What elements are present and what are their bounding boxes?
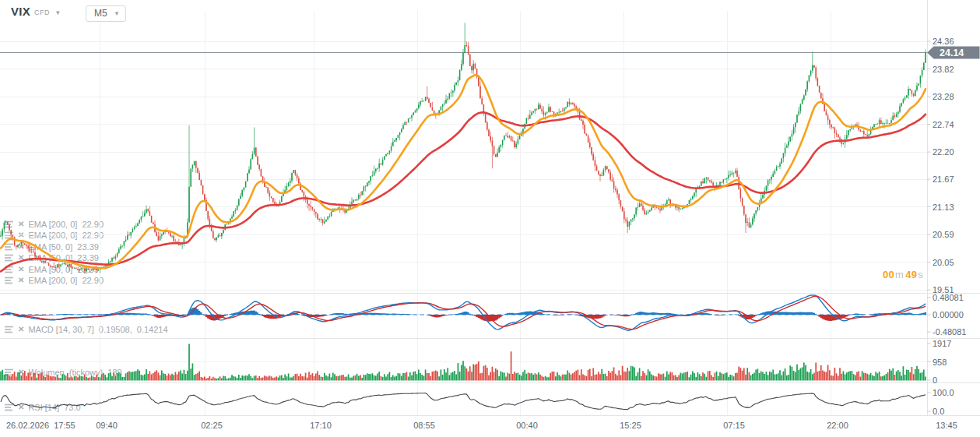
svg-text:100.0: 100.0 [933, 388, 954, 397]
candles-layer [1, 23, 926, 274]
svg-text:21.13: 21.13 [933, 203, 954, 212]
panel-separators [0, 0, 980, 416]
svg-text:-0.48081: -0.48081 [933, 327, 966, 337]
rsi-line [1, 393, 926, 410]
svg-text:0.48081: 0.48081 [933, 293, 964, 302]
chevron-down-icon: ▾ [56, 9, 60, 16]
svg-text:21.67: 21.67 [933, 174, 954, 184]
svg-text:00:40: 00:40 [516, 421, 538, 430]
timer-seconds: 49 [905, 269, 917, 280]
macd-layer [0, 295, 926, 330]
svg-text:0: 0 [933, 375, 937, 385]
svg-text:17:10: 17:10 [310, 421, 332, 430]
svg-text:20.59: 20.59 [933, 230, 954, 239]
current-price-tag: 24.14 [927, 47, 980, 59]
grid-layer [0, 11, 927, 415]
timer-seconds-unit: s [917, 269, 925, 280]
svg-text:09:40: 09:40 [96, 421, 118, 430]
svg-text:0.0: 0.0 [933, 407, 944, 416]
chevron-down-icon: ▾ [115, 9, 119, 17]
svg-text:02:25: 02:25 [201, 421, 223, 430]
svg-text:22.74: 22.74 [933, 120, 954, 129]
svg-text:22:00: 22:00 [827, 421, 848, 430]
svg-text:24.36: 24.36 [933, 37, 954, 46]
svg-text:20.05: 20.05 [933, 258, 954, 267]
svg-text:1917: 1917 [933, 339, 951, 348]
candle-countdown-timer: 00m49s [883, 269, 925, 280]
svg-text:08:55: 08:55 [413, 421, 435, 430]
svg-text:23.28: 23.28 [933, 92, 954, 101]
instrument-type-label: CFD [34, 9, 50, 16]
ema-layer [1, 75, 926, 271]
chart-canvas[interactable]: 24.3623.8223.2822.7422.2021.6721.1320.59… [0, 0, 980, 437]
symbol-selector[interactable]: VIX CFD ▾ [11, 5, 60, 18]
svg-text:23.82: 23.82 [933, 65, 954, 74]
price-axis[interactable]: 24.3623.8223.2822.7422.2021.6721.1320.59… [927, 37, 966, 416]
time-axis[interactable]: 26.02.2026 17:5509:4002:2517:1008:5500:4… [6, 421, 957, 430]
trading-chart-screen: ✕ EMA [200, 0] 22.90 ✕ EMA [200, 0] 22.9… [0, 0, 980, 437]
timer-minutes: 00 [883, 269, 894, 280]
svg-text:958: 958 [933, 358, 947, 367]
timer-minutes-unit: m [894, 269, 905, 280]
svg-text:22.20: 22.20 [933, 147, 954, 157]
svg-text:24.14: 24.14 [940, 48, 964, 58]
symbol-name: VIX [11, 5, 30, 18]
timeframe-value: M5 [94, 8, 107, 19]
svg-text:07:15: 07:15 [723, 421, 745, 430]
timeframe-dropdown[interactable]: M5 ▾ [86, 5, 126, 22]
svg-text:13:45: 13:45 [936, 421, 957, 430]
svg-text:15:25: 15:25 [620, 421, 641, 430]
svg-text:26.02.2026 17:55: 26.02.2026 17:55 [6, 421, 76, 430]
svg-text:0.00000: 0.00000 [933, 310, 964, 319]
